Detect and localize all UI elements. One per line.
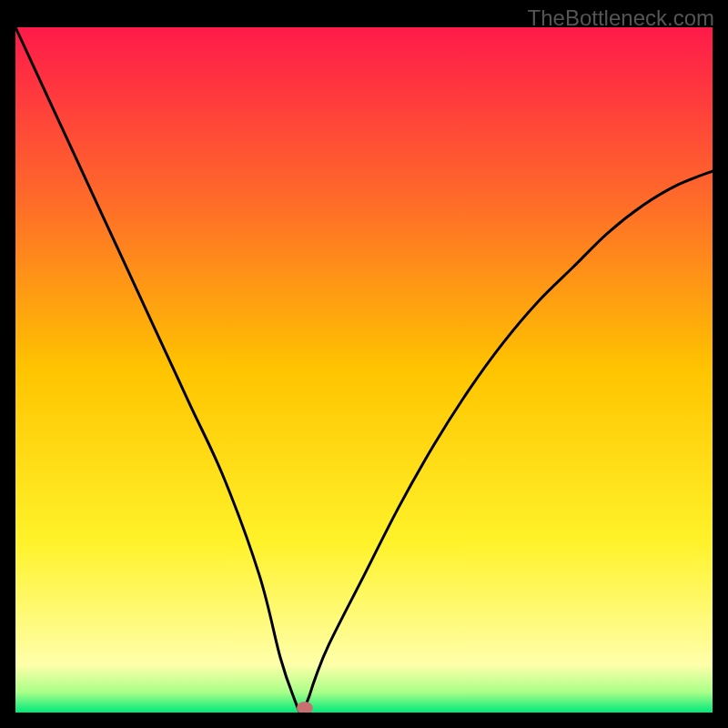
watermark-text: TheBottleneck.com <box>528 5 714 31</box>
gradient-background <box>15 27 713 713</box>
plot-area <box>15 27 713 713</box>
bottleneck-chart <box>15 27 713 713</box>
chart-container: TheBottleneck.com <box>0 0 728 728</box>
